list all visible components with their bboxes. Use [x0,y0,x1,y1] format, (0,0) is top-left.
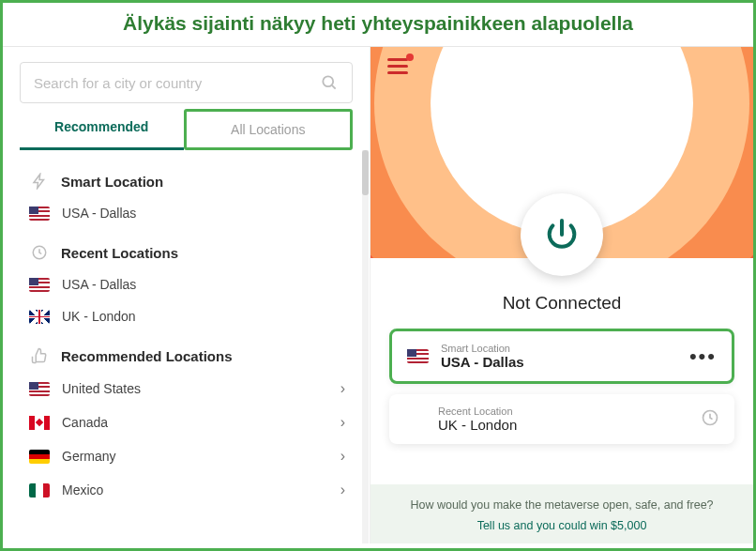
svg-point-0 [323,76,333,86]
chevron-right-icon: › [340,414,345,431]
chevron-right-icon: › [340,482,345,498]
tab-all-locations[interactable]: All Locations [184,109,354,150]
recent-card-label: Recent Location [438,406,517,417]
connect-button[interactable] [521,193,603,276]
section-title-recent: Recent Locations [61,245,178,261]
recommended-row-0[interactable]: United States › [29,372,370,406]
flag-mx-icon [29,483,50,497]
flag-us-icon [407,349,429,363]
flag-us-icon [29,382,50,396]
flag-us-icon [29,278,50,292]
section-recent: Recent Locations [29,229,370,268]
recent-label-0: USA - Dallas [62,277,345,292]
smart-location-card[interactable]: Smart Location USA - Dallas ••• [389,329,734,384]
connection-panel: Not Connected Smart Location USA - Dalla… [370,47,753,543]
thumb-up-icon [29,345,50,366]
section-title-recommended: Recommended Locations [61,348,233,364]
section-smart-location: Smart Location [29,158,370,197]
recommended-row-3[interactable]: Mexico › [29,473,370,507]
flag-de-icon [29,450,50,464]
recent-label-1: UK - London [62,309,345,324]
search-input[interactable] [34,75,320,91]
smart-card-label: Smart Location [441,343,524,354]
locations-panel: Recommended All Locations Smart Location… [3,47,370,543]
recent-card-value: UK - London [438,417,517,433]
promo-banner: How would you make the metaverse open, s… [370,484,753,544]
caption-banner: Älykäs sijainti näkyy heti yhteyspainikk… [3,3,753,47]
search-field[interactable] [20,62,353,103]
menu-button[interactable] [387,58,408,74]
flag-uk-icon [29,310,50,324]
app-body: Recommended All Locations Smart Location… [3,47,753,543]
clock-icon [701,408,719,431]
app-window: Älykäs sijainti näkyy heti yhteyspainikk… [0,0,756,551]
smart-location-label: USA - Dallas [62,206,345,221]
tab-recommended[interactable]: Recommended [20,109,184,150]
section-title-smart: Smart Location [61,174,163,190]
locations-list: Smart Location USA - Dallas Recent Locat… [3,150,370,543]
recent-row-0[interactable]: USA - Dallas [29,268,370,300]
recommended-row-1[interactable]: Canada › [29,406,370,439]
recommended-label-2: Germany [62,449,328,464]
svg-line-1 [332,85,336,89]
scrollbar-track[interactable] [362,150,369,543]
smart-card-value: USA - Dallas [441,354,524,370]
flag-us-icon [29,207,50,221]
smart-card-text: Smart Location USA - Dallas [441,343,524,370]
recent-location-card[interactable]: Recent Location UK - London [389,394,734,444]
promo-line1: How would you make the metaverse open, s… [391,497,733,514]
bolt-icon [29,171,50,191]
recent-card-text: Recent Location UK - London [438,406,517,433]
recommended-label-3: Mexico [62,482,328,497]
promo-link[interactable]: Tell us and you could win $5,000 [391,519,733,532]
notification-dot-icon [406,54,414,61]
recommended-row-2[interactable]: Germany › [29,439,370,473]
more-options-button[interactable]: ••• [689,352,717,361]
power-icon [543,216,581,253]
section-recommended: Recommended Locations [29,332,370,372]
smart-location-row[interactable]: USA - Dallas [29,197,370,229]
recent-row-1[interactable]: UK - London [29,300,370,332]
chevron-right-icon: › [340,448,345,465]
tabs: Recommended All Locations [3,109,370,150]
chevron-right-icon: › [340,380,345,397]
scrollbar-thumb[interactable] [362,150,369,195]
recommended-label-1: Canada [62,415,328,430]
flag-ca-icon [29,416,50,430]
search-wrap [3,47,370,109]
connection-status: Not Connected [370,293,753,314]
clock-icon [29,242,50,263]
search-icon [320,73,339,92]
caption-text: Älykäs sijainti näkyy heti yhteyspainikk… [123,12,633,34]
recommended-label-0: United States [62,381,328,396]
